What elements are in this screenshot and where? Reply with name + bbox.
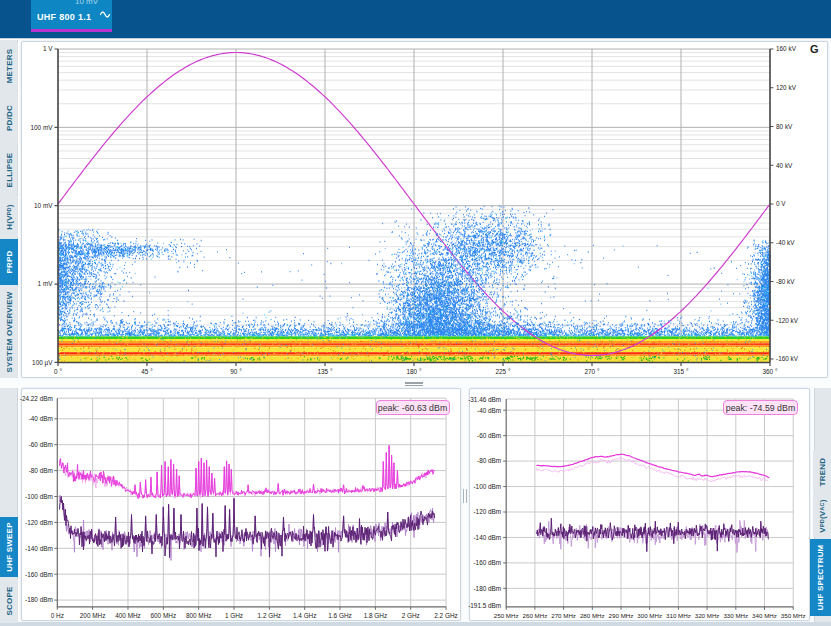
svg-text:-140 dBm: -140 dBm xyxy=(473,534,501,541)
svg-text:-180 dBm: -180 dBm xyxy=(473,585,501,592)
svg-text:-40 kV: -40 kV xyxy=(776,239,795,246)
svg-text:-40 dBm: -40 dBm xyxy=(477,407,501,414)
svg-text:0 V: 0 V xyxy=(776,200,786,207)
svg-text:800 MHz: 800 MHz xyxy=(186,612,212,619)
svg-text:160 kV: 160 kV xyxy=(776,45,797,52)
svg-text:100 mV: 100 mV xyxy=(30,124,53,131)
svg-text:180 °: 180 ° xyxy=(407,368,422,375)
svg-text:-120 kV: -120 kV xyxy=(776,317,799,324)
svg-text:280 MHz: 280 MHz xyxy=(580,612,605,619)
svg-text:-120 dBm: -120 dBm xyxy=(25,519,53,526)
svg-text:-80 dBm: -80 dBm xyxy=(477,457,501,464)
svg-text:90 °: 90 ° xyxy=(230,368,242,375)
svg-text:310 MHz: 310 MHz xyxy=(666,612,691,619)
svg-text:250 MHz: 250 MHz xyxy=(494,612,519,619)
svg-text:315 °: 315 ° xyxy=(674,368,689,375)
svg-text:1 GHz: 1 GHz xyxy=(225,612,243,619)
svg-text:1 V: 1 V xyxy=(43,45,53,52)
svg-text:-140 dBm: -140 dBm xyxy=(25,545,53,552)
svg-text:-120 dBm: -120 dBm xyxy=(473,508,501,515)
svg-text:400 MHz: 400 MHz xyxy=(115,612,141,619)
svg-text:270 MHz: 270 MHz xyxy=(551,612,576,619)
svg-text:270 °: 270 ° xyxy=(585,368,600,375)
svg-text:1.8 GHz: 1.8 GHz xyxy=(364,612,387,619)
svg-text:0 Hz: 0 Hz xyxy=(51,612,64,619)
svg-text:-191.5 dBm: -191.5 dBm xyxy=(468,602,501,609)
svg-text:100 µV: 100 µV xyxy=(32,359,53,367)
svg-text:135 °: 135 ° xyxy=(318,368,333,375)
svg-text:1.2 GHz: 1.2 GHz xyxy=(258,612,281,619)
svg-text:-31.46 dBm: -31.46 dBm xyxy=(468,396,501,403)
svg-text:-100 dBm: -100 dBm xyxy=(25,493,53,500)
svg-text:120 kV: 120 kV xyxy=(776,84,797,91)
svg-text:-180 dBm: -180 dBm xyxy=(25,596,53,603)
svg-text:1.4 GHz: 1.4 GHz xyxy=(293,612,316,619)
svg-text:0 °: 0 ° xyxy=(54,368,62,375)
svg-text:200 MHz: 200 MHz xyxy=(80,612,106,619)
svg-text:300 MHz: 300 MHz xyxy=(637,612,662,619)
svg-text:-80 kV: -80 kV xyxy=(776,278,795,285)
svg-text:330 MHz: 330 MHz xyxy=(723,612,748,619)
svg-text:2.2 GHz: 2.2 GHz xyxy=(434,612,457,619)
svg-text:-160 kV: -160 kV xyxy=(776,355,799,362)
svg-text:-100 dBm: -100 dBm xyxy=(473,483,501,490)
svg-text:260 MHz: 260 MHz xyxy=(523,612,548,619)
svg-text:40 kV: 40 kV xyxy=(776,162,793,169)
svg-text:225 °: 225 ° xyxy=(496,368,511,375)
svg-text:45 °: 45 ° xyxy=(141,368,153,375)
svg-text:-24.22 dBm: -24.22 dBm xyxy=(20,395,53,402)
svg-text:10 mV: 10 mV xyxy=(34,202,53,209)
svg-text:-80 dBm: -80 dBm xyxy=(29,467,53,474)
svg-text:320 MHz: 320 MHz xyxy=(695,612,720,619)
svg-text:2 GHz: 2 GHz xyxy=(402,612,420,619)
svg-text:-60 dBm: -60 dBm xyxy=(29,441,53,448)
svg-text:360 °: 360 ° xyxy=(763,368,778,375)
svg-text:1.6 GHz: 1.6 GHz xyxy=(328,612,351,619)
svg-text:-160 dBm: -160 dBm xyxy=(25,571,53,578)
svg-text:80 kV: 80 kV xyxy=(776,123,793,130)
svg-text:-160 dBm: -160 dBm xyxy=(473,559,501,566)
svg-text:600 MHz: 600 MHz xyxy=(151,612,177,619)
svg-text:350 MHz: 350 MHz xyxy=(781,612,806,619)
svg-text:340 MHz: 340 MHz xyxy=(752,612,777,619)
svg-text:-60 dBm: -60 dBm xyxy=(477,432,501,439)
svg-text:-40 dBm: -40 dBm xyxy=(29,415,53,422)
svg-text:1 mV: 1 mV xyxy=(38,280,54,287)
svg-text:290 MHz: 290 MHz xyxy=(609,612,634,619)
